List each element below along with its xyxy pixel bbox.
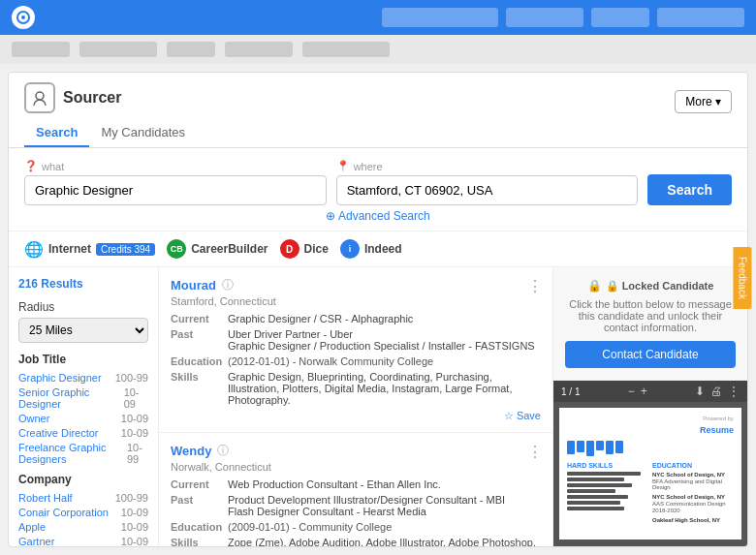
resume-page-info: 1 / 1 (561, 386, 580, 397)
where-field: 📍 where (336, 160, 639, 205)
more-button[interactable]: More ▾ (675, 90, 732, 113)
where-label: 📍 where (336, 160, 639, 172)
main-container: Sourcer Search My Candidates More ▾ ❓ wh… (8, 72, 748, 547)
what-label: ❓ what (24, 160, 327, 172)
filter-company-2[interactable]: Apple 10-09 (18, 521, 148, 533)
candidate-current-0: Current Graphic Designer / CSR - Alphagr… (171, 313, 541, 324)
candidate-location-0: Stamford, Connecticut (171, 295, 541, 307)
candidate-past-1: Past Product Development Illustrator/Des… (171, 494, 541, 517)
candidate-location-1: Norwalk, Connecticut (171, 461, 541, 473)
candidate-info-icon-1[interactable]: ⓘ (217, 443, 229, 459)
tab-search[interactable]: Search (24, 119, 89, 147)
header-left: Sourcer Search My Candidates (24, 82, 197, 147)
candidate-list: Mourad ⓘ ⋮ Stamford, Connecticut Current… (159, 267, 553, 547)
candidate-skills-1: Skills Zope (Zme), Adobe Audition, Adobe… (171, 537, 541, 547)
radius-select[interactable]: 25 Miles 10 Miles 50 Miles 100 Miles (18, 318, 148, 343)
resume-education-title: EDUCATION (652, 462, 734, 469)
resume-viewer: 1 / 1 − + ⬇ 🖨 ⋮ Powered by Resume (553, 381, 747, 547)
header: Sourcer Search My Candidates More ▾ (9, 73, 747, 148)
dice-icon: D (280, 239, 299, 259)
resume-logo: Resume (567, 425, 734, 435)
what-field: ❓ what (24, 160, 327, 205)
board-indeed[interactable]: i Indeed (340, 239, 402, 259)
candidate-info-icon-0[interactable]: ⓘ (222, 277, 234, 293)
nav-bar-1 (382, 8, 498, 27)
second-nav-item-1 (12, 42, 70, 57)
board-internet[interactable]: 🌐 Internet Credits 394 (24, 240, 155, 259)
app-logo[interactable] (12, 6, 35, 29)
second-nav (0, 35, 756, 64)
right-panel: 🔒 🔒 Locked Candidate Click the button be… (553, 267, 747, 547)
contact-candidate-button[interactable]: Contact Candidate (565, 341, 736, 368)
search-row: ❓ what 📍 where Search (24, 160, 732, 205)
indeed-icon: i (340, 239, 360, 259)
locked-title: 🔒 🔒 Locked Candidate (565, 279, 736, 293)
zoom-out-icon[interactable]: − (628, 385, 635, 398)
header-title-row: Sourcer (24, 82, 197, 113)
candidate-card-0: Mourad ⓘ ⋮ Stamford, Connecticut Current… (159, 267, 552, 433)
sourcer-icon (24, 82, 55, 113)
job-boards-bar: 🌐 Internet Credits 394 CB CareerBuilder … (9, 231, 747, 267)
download-icon[interactable]: ⬇ (695, 385, 705, 398)
second-nav-item-3 (167, 42, 215, 57)
results-count: 216 Results (18, 277, 148, 291)
globe-icon: 🌐 (24, 240, 44, 259)
advanced-search-link[interactable]: ⊕ Advanced Search (24, 209, 732, 223)
nav-bar-2 (506, 8, 583, 27)
resume-powered-by: Powered by (567, 416, 734, 421)
results-area: 216 Results Radius 25 Miles 10 Miles 50 … (9, 267, 747, 547)
filter-job-title-3[interactable]: Creative Director 10-09 (18, 427, 148, 439)
filter-job-title-4[interactable]: Freelance Graphic Designers 10-99 (18, 442, 148, 465)
locked-candidate-section: 🔒 🔒 Locked Candidate Click the button be… (553, 267, 747, 381)
resume-skill-bars (567, 441, 734, 456)
candidate-education-0: Education (2012-01-01) - Norwalk Communi… (171, 355, 541, 367)
company-section-title: Company (18, 473, 148, 486)
search-section: ❓ what 📍 where Search ⊕ Advanced Search (9, 148, 747, 231)
zoom-in-icon[interactable]: + (641, 385, 647, 398)
filter-job-title-2[interactable]: Owner 10-09 (18, 413, 148, 424)
top-nav (0, 0, 756, 35)
question-icon: ❓ (24, 160, 38, 172)
board-dice[interactable]: D Dice (280, 239, 329, 259)
filter-company-1[interactable]: Conair Corporation 10-09 (18, 507, 148, 518)
svg-point-2 (36, 92, 44, 100)
candidate-past-0: Past Uber Driver Partner - UberGraphic D… (171, 328, 541, 352)
nav-bar-4 (657, 8, 744, 27)
board-careerbuilder[interactable]: CB CareerBuilder (167, 239, 268, 259)
svg-point-1 (21, 15, 25, 19)
filter-job-title-0[interactable]: Graphic Designer 100-99 (18, 372, 148, 384)
filter-company-3[interactable]: Gartner 10-09 (18, 536, 148, 547)
radius-label: Radius (18, 300, 148, 314)
second-nav-item-2 (79, 42, 157, 57)
tab-my-candidates[interactable]: My Candidates (89, 119, 197, 147)
app-title: Sourcer (63, 89, 121, 107)
resume-toolbar-icons: − + (628, 385, 647, 398)
what-input[interactable] (24, 175, 327, 205)
candidate-name-1[interactable]: Wendy (171, 444, 211, 458)
candidate-save-0[interactable]: ☆ Save (171, 410, 541, 422)
print-icon[interactable]: 🖨 (710, 385, 722, 398)
nav-bar-3 (591, 8, 649, 27)
candidate-current-1: Current Web Production Consultant - Etha… (171, 478, 541, 490)
more-options-icon[interactable]: ⋮ (728, 385, 740, 398)
careerbuilder-icon: CB (167, 239, 186, 259)
where-input[interactable] (336, 175, 639, 205)
candidate-education-1: Education (2009-01-01) - Community Colle… (171, 521, 541, 533)
search-button[interactable]: Search (647, 174, 732, 205)
candidate-header-0: Mourad ⓘ (171, 277, 541, 293)
lock-icon: 🔒 (587, 279, 602, 293)
feedback-tab[interactable]: Feedback (734, 247, 752, 309)
job-title-section-title: Job Title (18, 353, 148, 366)
header-tabs: Search My Candidates (24, 119, 197, 147)
candidate-name-0[interactable]: Mourad (171, 278, 216, 293)
credits-badge: Credits 394 (96, 243, 155, 256)
candidate-menu-1[interactable]: ⋮ (527, 443, 543, 461)
filter-company-0[interactable]: Robert Half 100-99 (18, 492, 148, 504)
left-filter-panel: 216 Results Radius 25 Miles 10 Miles 50 … (9, 267, 159, 547)
second-nav-item-4 (225, 42, 293, 57)
filter-job-title-1[interactable]: Senior Graphic Designer 10-09 (18, 386, 148, 410)
candidate-menu-0[interactable]: ⋮ (527, 277, 543, 295)
resume-hard-skills-title: HARD SKILLS (567, 462, 648, 469)
candidate-card-1: Wendy ⓘ ⋮ Norwalk, Connecticut Current W… (159, 433, 552, 547)
locked-desc: Click the button below to message this c… (565, 298, 736, 333)
